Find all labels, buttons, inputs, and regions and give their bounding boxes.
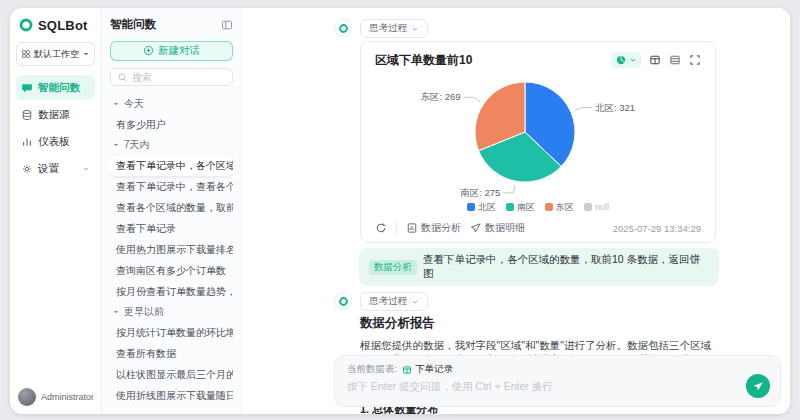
user-message: 数据分析 查看下单记录中，各个区域的数量，取前10 条数据，返回饼图: [359, 248, 719, 286]
legend-item[interactable]: null: [584, 202, 609, 212]
legend-label: 北区: [478, 201, 496, 214]
history-group-header[interactable]: 今天: [110, 94, 233, 114]
pie-label: 东区: 269: [420, 91, 460, 102]
legend-swatch: [467, 203, 475, 211]
pie-label-line: [464, 97, 481, 102]
user-account[interactable]: Administrator: [16, 388, 95, 406]
thinking-process-toggle[interactable]: 思考过程: [360, 292, 428, 311]
search-input[interactable]: [132, 72, 226, 83]
dashboard-icon: [21, 136, 33, 148]
history-item[interactable]: 查看下单记录中，查看各个区域的...: [110, 176, 233, 197]
history-group-header[interactable]: 7天内: [110, 135, 233, 155]
legend-item[interactable]: 北区: [467, 201, 496, 214]
history-group-items: 查看下单记录中，各个区域的数量... 查看下单记录中，查看各个区域的... 查看…: [110, 155, 233, 302]
data-table-name: 下单记录: [415, 363, 453, 376]
fullscreen-icon[interactable]: [689, 54, 701, 66]
chevron-down-icon: [82, 165, 90, 173]
collapse-panel-icon[interactable]: [221, 19, 233, 31]
history-item[interactable]: 查询南区有多少个订单数: [110, 260, 233, 281]
history-panel: 智能问数 新建对话: [102, 8, 242, 414]
chat-main: 思考过程 区域下单数量前10: [242, 8, 790, 414]
sidebar-nav-item[interactable]: 数据源: [16, 102, 95, 127]
legend-label: null: [595, 202, 609, 212]
sidebar-nav: 智能问数 数据源 仪表板 设置: [16, 75, 95, 181]
database-icon: [21, 109, 33, 121]
workspace-selector[interactable]: 默认工作空间: [16, 42, 95, 66]
table-view-icon[interactable]: [649, 54, 661, 66]
pie-label-line: [503, 185, 515, 193]
data-table-chip[interactable]: 下单记录: [402, 363, 453, 376]
caret-down-icon: [112, 141, 120, 149]
sidebar-nav-item[interactable]: 仪表板: [16, 129, 95, 154]
sidebar-nav-item[interactable]: 智能问数: [16, 75, 95, 100]
avatar: [18, 388, 36, 406]
history-group-header[interactable]: 更早以前: [110, 302, 233, 322]
caret-down-icon: [112, 308, 120, 316]
history-item[interactable]: 使用折线图展示下载量随日期的变...: [110, 385, 233, 405]
history-item[interactable]: 以柱状图显示最后三个月的订单量: [110, 364, 233, 385]
chart-type-group: [611, 52, 641, 68]
legend-swatch: [545, 203, 553, 211]
workspace-icon: [21, 49, 31, 59]
chevron-down-icon: [411, 298, 419, 306]
caret-down-icon: [112, 100, 120, 108]
message-mode-tag: 数据分析: [369, 260, 417, 275]
history-group-items: 按月统计订单数量的环比增长率 查看所有数据 以柱状图显示最后三个月的订单量 使用…: [110, 322, 233, 405]
data-analysis-button[interactable]: 数据分析: [406, 221, 461, 235]
panel-title: 智能问数: [110, 17, 156, 32]
thinking-process-toggle[interactable]: 思考过程: [360, 19, 428, 38]
report-title: 数据分析报告: [360, 315, 718, 332]
history-item[interactable]: 使用热力图展示下载量排名前5的日...: [110, 239, 233, 260]
chart-type-pie-button[interactable]: [611, 52, 641, 68]
legend-swatch: [506, 203, 514, 211]
history-group: 7天内 查看下单记录中，各个区域的数量... 查看下单记录中，查看各个区域的..…: [110, 135, 233, 302]
user-message-text: 查看下单记录中，各个区域的数量，取前10 条数据，返回饼图: [423, 253, 709, 281]
gear-icon: [21, 163, 33, 175]
thinking-label: 思考过程: [369, 295, 407, 308]
history-item[interactable]: 查看各个区域的数量，取前10 条数...: [110, 197, 233, 218]
history-item[interactable]: 有多少用户: [110, 114, 233, 135]
refresh-icon[interactable]: [375, 222, 387, 234]
pie-label: 北区: 321: [595, 102, 635, 113]
legend-item[interactable]: 东区: [545, 201, 574, 214]
list-view-icon[interactable]: [669, 54, 681, 66]
history-groups: 今天 有多少用户 7天内: [110, 94, 233, 405]
plus-circle-icon: [143, 45, 154, 56]
send-button[interactable]: [746, 374, 770, 398]
history-item[interactable]: 按月统计订单数量的环比增长率: [110, 322, 233, 343]
history-item[interactable]: 按月份查看订单数量趋势，使用折...: [110, 281, 233, 302]
question-input[interactable]: [347, 380, 734, 392]
sqlbot-logo-icon: [18, 17, 34, 33]
pie-chart-svg[interactable]: 北区: 321南区: 275东区: 269: [375, 70, 702, 200]
legend-swatch: [584, 203, 592, 211]
history-group-label: 7天内: [124, 138, 150, 152]
chevron-down-icon: [411, 25, 419, 33]
nav-item-label: 数据源: [38, 108, 70, 122]
nav-item-label: 智能问数: [38, 81, 80, 95]
new-chat-label: 新建对话: [158, 44, 200, 58]
legend-item[interactable]: 南区: [506, 201, 535, 214]
sidebar: SQLBot 默认工作空间 智能问数 数据源: [10, 8, 102, 414]
pie-label: 南区: 275: [460, 187, 500, 198]
history-item[interactable]: 查看下单记录中，各个区域的数量...: [110, 155, 233, 176]
brand: SQLBot: [16, 17, 95, 33]
history-item[interactable]: 查看下单记录: [110, 218, 233, 239]
data-detail-button[interactable]: 数据明细: [470, 221, 525, 235]
search-box: [110, 68, 233, 86]
detail-label: 数据明细: [485, 221, 525, 235]
history-group-label: 更早以前: [124, 305, 164, 319]
chat-bubble-icon: [21, 82, 33, 94]
composer: 当前数据表: 下单记录: [334, 355, 781, 407]
new-chat-button[interactable]: 新建对话: [110, 41, 233, 61]
send-icon: [753, 381, 764, 392]
history-item[interactable]: 查看所有数据: [110, 343, 233, 364]
legend-label: 南区: [517, 201, 535, 214]
history-group: 今天 有多少用户: [110, 94, 233, 135]
analysis-icon: [406, 222, 418, 234]
message-timestamp: 2025-07-29 13:34:29: [613, 223, 701, 234]
sidebar-nav-item[interactable]: 设置: [16, 156, 95, 181]
brand-name: SQLBot: [38, 18, 88, 33]
chart-legend: 北区 南区 东区: [375, 200, 701, 214]
workspace-name: 默认工作空间: [34, 48, 79, 61]
history-group: 更早以前 按月统计订单数量的环比增长率 查看所有数据 以柱状图显示最后三个月的订…: [110, 302, 233, 405]
